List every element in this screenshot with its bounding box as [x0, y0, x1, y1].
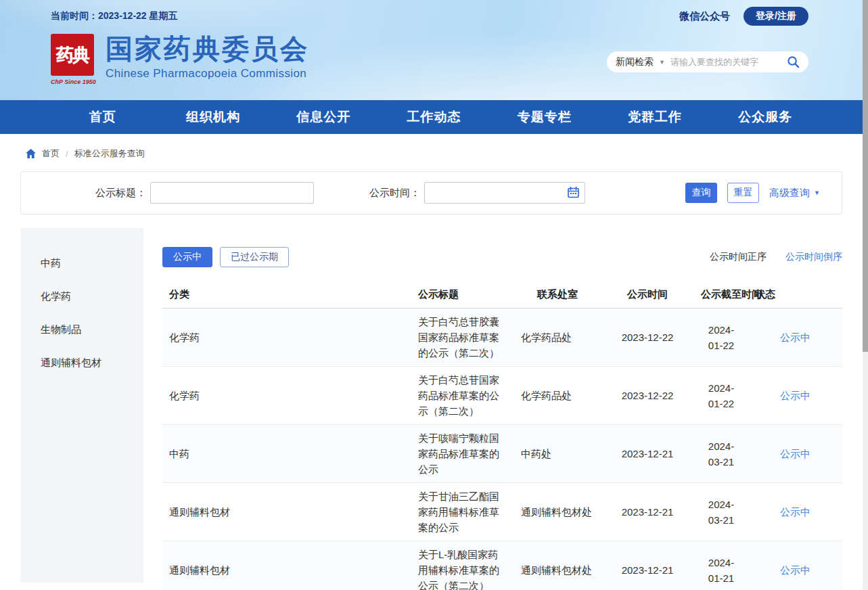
- calendar-icon[interactable]: [568, 187, 579, 198]
- cell-end-date: 2024-01-22: [694, 367, 748, 425]
- search-input[interactable]: [670, 57, 781, 67]
- cell-category: 中药: [162, 425, 411, 483]
- site-search: 新闻检索 ▼: [607, 51, 808, 72]
- category-sidebar: 中药化学药生物制品通则辅料包材: [20, 228, 143, 583]
- nav-item[interactable]: 党群工作: [599, 108, 710, 126]
- table-row: 通则辅料包材 关于甘油三乙酯国家药用辅料标准草案的公示 通则辅料包材处 2023…: [162, 483, 842, 541]
- main-nav: 首页组织机构信息公开工作动态专题专栏党群工作公众服务: [0, 100, 868, 134]
- table-row: 中药 关于咳喘宁颗粒国家药品标准草案的公示 中药处 2023-12-21 202…: [162, 425, 842, 483]
- cell-category: 化学药: [162, 309, 411, 367]
- cell-title-link[interactable]: 关于白芍总苷胶囊国家药品标准草案的公示（第二次）: [411, 309, 514, 367]
- home-icon[interactable]: [26, 149, 36, 158]
- scrollbar-track[interactable]: [863, 0, 868, 590]
- cell-category: 通则辅料包材: [162, 483, 411, 541]
- title-filter-label: 公示标题：: [95, 187, 146, 200]
- chevron-down-icon[interactable]: ▼: [659, 59, 665, 66]
- site-title: 国家药典委员会: [106, 34, 309, 64]
- time-filter-input[interactable]: [424, 182, 585, 204]
- seal-caption: ChP Since 1950: [51, 78, 95, 85]
- cell-status-link[interactable]: 公示中: [748, 541, 842, 590]
- cell-status-link[interactable]: 公示中: [748, 425, 842, 483]
- chevron-down-icon: ▼: [814, 189, 820, 196]
- cell-category: 化学药: [162, 367, 411, 425]
- publicity-table: 分类公示标题联系处室公示时间公示截至时间状态 化学药 关于白芍总苷胶囊国家药品标…: [162, 281, 842, 590]
- cell-office: 通则辅料包材处: [514, 483, 601, 541]
- site-logo[interactable]: 药典 ChP Since 1950 国家药典委员会 Chinese Pharma…: [51, 34, 309, 85]
- cell-end-date: 2024-01-21: [694, 541, 748, 590]
- table-row: 通则辅料包材 关于L-乳酸国家药用辅料标准草案的公示（第二次） 通则辅料包材处 …: [162, 541, 842, 590]
- login-register-button[interactable]: 登录/注册: [744, 7, 808, 26]
- cell-status-link[interactable]: 公示中: [748, 309, 842, 367]
- table-header-cell: 联系处室: [514, 281, 601, 309]
- cell-title-link[interactable]: 关于咳喘宁颗粒国家药品标准草案的公示: [411, 425, 514, 483]
- cell-office: 中药处: [514, 425, 601, 483]
- nav-item[interactable]: 工作动态: [379, 108, 489, 126]
- nav-item[interactable]: 组织机构: [158, 108, 268, 126]
- table-header-cell: 公示时间: [601, 281, 694, 309]
- breadcrumb-current: 标准公示服务查询: [74, 148, 145, 160]
- sort-time-ascending[interactable]: 公示时间正序: [710, 251, 767, 263]
- table-header-cell: 公示标题: [411, 281, 514, 309]
- seal-logo-icon: 药典: [51, 34, 94, 76]
- current-time-text: 当前时间：2023-12-22 星期五: [51, 10, 178, 22]
- sort-time-descending[interactable]: 公示时间倒序: [785, 251, 842, 263]
- tab-expired-publicity[interactable]: 已过公示期: [220, 247, 289, 267]
- nav-item[interactable]: 公众服务: [710, 108, 821, 126]
- table-header-row: 分类公示标题联系处室公示时间公示截至时间状态: [162, 281, 842, 309]
- breadcrumb-home[interactable]: 首页: [42, 148, 60, 160]
- tab-in-publicity[interactable]: 公示中: [162, 247, 212, 267]
- cell-start-date: 2023-12-21: [601, 483, 694, 541]
- nav-item[interactable]: 信息公开: [269, 108, 379, 126]
- wechat-link[interactable]: 微信公众号: [679, 10, 730, 23]
- cell-title-link[interactable]: 关于L-乳酸国家药用辅料标准草案的公示（第二次）: [411, 541, 514, 590]
- cell-start-date: 2023-12-22: [601, 367, 694, 425]
- site-header: 当前时间：2023-12-22 星期五 微信公众号 登录/注册 药典 ChP S…: [0, 0, 868, 100]
- cell-status-link[interactable]: 公示中: [748, 483, 842, 541]
- cell-end-date: 2024-03-21: [694, 425, 748, 483]
- query-button[interactable]: 查询: [685, 183, 717, 203]
- table-header-cell: 状态: [748, 281, 842, 309]
- cell-end-date: 2024-01-22: [694, 309, 748, 367]
- reset-button[interactable]: 重置: [727, 183, 759, 203]
- sidebar-item[interactable]: 中药: [20, 247, 143, 280]
- advanced-query-link[interactable]: 高级查询 ▼: [769, 187, 820, 200]
- cell-start-date: 2023-12-22: [601, 309, 694, 367]
- filter-panel: 公示标题： 公示时间： 查询 重置 高级查询 ▼: [20, 171, 842, 214]
- table-row: 化学药 关于白芍总苷胶囊国家药品标准草案的公示（第二次） 化学药品处 2023-…: [162, 309, 842, 367]
- cell-end-date: 2024-03-21: [694, 483, 748, 541]
- title-filter-input[interactable]: [150, 182, 314, 204]
- sidebar-item[interactable]: 通则辅料包材: [20, 346, 143, 380]
- cell-start-date: 2023-12-21: [601, 541, 694, 590]
- cell-title-link[interactable]: 关于甘油三乙酯国家药用辅料标准草案的公示: [411, 483, 514, 541]
- table-header-cell: 分类: [162, 281, 411, 309]
- cell-office: 化学药品处: [514, 309, 601, 367]
- nav-item[interactable]: 首页: [47, 108, 158, 126]
- sidebar-item[interactable]: 生物制品: [20, 313, 143, 346]
- scrollbar-thumb[interactable]: [863, 0, 868, 352]
- table-header-cell: 公示截至时间: [694, 281, 748, 309]
- search-category-select[interactable]: 新闻检索: [616, 56, 654, 68]
- top-bar: 当前时间：2023-12-22 星期五 微信公众号 登录/注册: [0, 0, 868, 26]
- site-subtitle: Chinese Pharmacopoeia Commission: [106, 67, 309, 81]
- table-row: 化学药 关于白芍总苷国家药品标准草案的公示（第二次） 化学药品处 2023-12…: [162, 367, 842, 425]
- cell-status-link[interactable]: 公示中: [748, 367, 842, 425]
- cell-category: 通则辅料包材: [162, 541, 411, 590]
- cell-office: 通则辅料包材处: [514, 541, 601, 590]
- advanced-query-label: 高级查询: [769, 187, 810, 200]
- search-icon[interactable]: [787, 55, 800, 68]
- breadcrumb: 首页 / 标准公示服务查询: [0, 134, 868, 160]
- cell-start-date: 2023-12-21: [601, 425, 694, 483]
- main-panel: 公示中 已过公示期 公示时间正序 公示时间倒序 分类公示标题联系处室公示时间公示…: [162, 228, 842, 583]
- breadcrumb-separator: /: [66, 149, 68, 159]
- sidebar-item[interactable]: 化学药: [20, 280, 143, 313]
- cell-title-link[interactable]: 关于白芍总苷国家药品标准草案的公示（第二次）: [411, 367, 514, 425]
- nav-item[interactable]: 专题专栏: [489, 108, 599, 126]
- cell-office: 化学药品处: [514, 367, 601, 425]
- time-filter-label: 公示时间：: [369, 187, 420, 200]
